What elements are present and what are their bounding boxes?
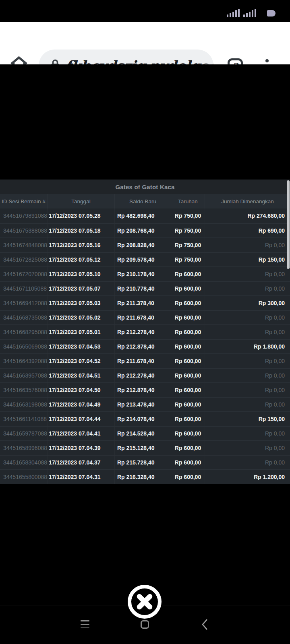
- cell-tanggal: 17/12/2023 07.04.51: [47, 369, 114, 382]
- table-row: 34451669412088 17/12/2023 07.05.03 Rp 21…: [0, 295, 290, 310]
- cell-tanggal: 17/12/2023 07.05.03: [47, 296, 114, 310]
- cell-jumlah-dimenangkan: Rp 300,00: [205, 296, 290, 310]
- cell-tanggal: 17/12/2023 07.04.39: [47, 441, 114, 455]
- cell-session-id: 34451668295088: [0, 325, 47, 339]
- cell-taruhan: Rp 750,00: [171, 208, 205, 223]
- cell-jumlah-dimenangkan: Rp 0,00: [205, 354, 290, 368]
- cell-jumlah-dimenangkan: Rp 0,00: [205, 282, 290, 295]
- cell-taruhan: Rp 600,00: [171, 427, 205, 440]
- cell-taruhan: Rp 600,00: [171, 456, 205, 469]
- column-header-tanggal: Tanggal: [47, 194, 114, 208]
- nav-home-icon[interactable]: [141, 620, 149, 629]
- cell-jumlah-dimenangkan: Rp 150,00: [205, 412, 290, 426]
- cell-session-id: 34451655800088: [0, 470, 47, 484]
- cell-tanggal: 17/12/2023 07.05.10: [47, 267, 114, 281]
- cell-session-id: 34451661141088: [0, 412, 47, 426]
- table-header-row: ID Sesi Bermain # Tanggal Saldo Baru Tar…: [0, 194, 290, 208]
- signal-strength-icon: [243, 9, 256, 17]
- cell-taruhan: Rp 750,00: [171, 224, 205, 237]
- cell-session-id: 34451659787088: [0, 427, 47, 440]
- cell-session-id: 34451663957088: [0, 369, 47, 382]
- cell-taruhan: Rp 600,00: [171, 340, 205, 353]
- cell-session-id: 34451665069088: [0, 340, 47, 353]
- table-row: 34451675388088 17/12/2023 07.05.18 Rp 20…: [0, 223, 290, 237]
- cell-tanggal: 17/12/2023 07.05.12: [47, 253, 114, 266]
- cell-saldo-baru: Rp 212.278,40: [114, 369, 171, 382]
- table-title: Gates of Gatot Kaca: [0, 180, 290, 194]
- cell-session-id: 34451658304088: [0, 456, 47, 469]
- cell-session-id: 34451671105088: [0, 282, 47, 295]
- table-row: 34451672825088 17/12/2023 07.05.12 Rp 20…: [0, 252, 290, 266]
- cell-jumlah-dimenangkan: Rp 150,00: [205, 253, 290, 266]
- cell-session-id: 34451672070088: [0, 267, 47, 281]
- session-history-table: Gates of Gatot Kaca ID Sesi Bermain # Ta…: [0, 180, 290, 484]
- table-row: 34451658996088 17/12/2023 07.04.39 Rp 21…: [0, 440, 290, 455]
- cell-taruhan: Rp 600,00: [171, 296, 205, 310]
- cell-saldo-baru: Rp 213.478,40: [114, 398, 171, 411]
- cell-saldo-baru: Rp 211.678,40: [114, 311, 171, 324]
- cell-session-id: 34451668735088: [0, 311, 47, 324]
- cell-jumlah-dimenangkan: Rp 0,00: [205, 369, 290, 382]
- cell-tanggal: 17/12/2023 07.05.16: [47, 238, 114, 252]
- column-header-jumlah-dimenangkan: Jumlah Dimenangkan: [205, 194, 290, 208]
- cell-saldo-baru: Rp 209.578,40: [114, 253, 171, 266]
- cell-saldo-baru: Rp 482.698,40: [114, 208, 171, 223]
- scrollbar-thumb[interactable]: [287, 180, 290, 269]
- cell-tanggal: 17/12/2023 07.04.41: [47, 427, 114, 440]
- cell-taruhan: Rp 600,00: [171, 398, 205, 411]
- cell-saldo-baru: Rp 208.768,40: [114, 224, 171, 237]
- table-row: 34451664392088 17/12/2023 07.04.52 Rp 21…: [0, 353, 290, 368]
- web-content: Gates of Gatot Kaca ID Sesi Bermain # Ta…: [0, 64, 290, 644]
- cell-taruhan: Rp 600,00: [171, 412, 205, 426]
- cell-tanggal: 17/12/2023 07.05.07: [47, 282, 114, 295]
- cell-jumlah-dimenangkan: Rp 0,00: [205, 441, 290, 455]
- cell-taruhan: Rp 750,00: [171, 238, 205, 252]
- column-header-id: ID Sesi Bermain #: [0, 194, 47, 208]
- cell-tanggal: 17/12/2023 07.04.52: [47, 354, 114, 368]
- close-button[interactable]: [125, 582, 164, 621]
- cell-saldo-baru: Rp 211.678,40: [114, 354, 171, 368]
- cell-saldo-baru: Rp 215.728,40: [114, 456, 171, 469]
- cell-jumlah-dimenangkan: Rp 0,00: [205, 325, 290, 339]
- cell-taruhan: Rp 600,00: [171, 311, 205, 324]
- cell-jumlah-dimenangkan: Rp 0,00: [205, 427, 290, 440]
- cell-saldo-baru: Rp 210.178,40: [114, 267, 171, 281]
- cell-taruhan: Rp 600,00: [171, 325, 205, 339]
- cell-saldo-baru: Rp 215.128,40: [114, 441, 171, 455]
- nav-menu-icon[interactable]: [81, 620, 89, 628]
- table-row: 34451659787088 17/12/2023 07.04.41 Rp 21…: [0, 426, 290, 440]
- table-row: 34451663198088 17/12/2023 07.04.49 Rp 21…: [0, 397, 290, 411]
- cell-saldo-baru: Rp 212.878,40: [114, 340, 171, 353]
- cell-session-id: 34451658996088: [0, 441, 47, 455]
- cell-taruhan: Rp 600,00: [171, 267, 205, 281]
- table-row: 34451663957088 17/12/2023 07.04.51 Rp 21…: [0, 368, 290, 382]
- cell-session-id: 34451669412088: [0, 296, 47, 310]
- cell-saldo-baru: Rp 210.778,40: [114, 282, 171, 295]
- cell-saldo-baru: Rp 212.878,40: [114, 383, 171, 397]
- cell-jumlah-dimenangkan: Rp 0,00: [205, 398, 290, 411]
- cell-session-id: 34451674848088: [0, 238, 47, 252]
- cell-saldo-baru: Rp 216.328,40: [114, 470, 171, 484]
- cell-tanggal: 17/12/2023 07.04.53: [47, 340, 114, 353]
- cell-jumlah-dimenangkan: Rp 690,00: [205, 224, 290, 237]
- cell-tanggal: 17/12/2023 07.05.28: [47, 208, 114, 223]
- cell-tanggal: 17/12/2023 07.04.50: [47, 383, 114, 397]
- nav-back-icon[interactable]: [201, 618, 209, 631]
- table-row: 34451668735088 17/12/2023 07.05.02 Rp 21…: [0, 310, 290, 324]
- cell-saldo-baru: Rp 212.278,40: [114, 325, 171, 339]
- cell-taruhan: Rp 600,00: [171, 441, 205, 455]
- cell-saldo-baru: Rp 211.378,40: [114, 296, 171, 310]
- table-row: 34451665069088 17/12/2023 07.04.53 Rp 21…: [0, 339, 290, 353]
- cell-jumlah-dimenangkan: Rp 1.800,00: [205, 340, 290, 353]
- cell-jumlah-dimenangkan: Rp 0,00: [205, 238, 290, 252]
- cell-jumlah-dimenangkan: Rp 1.200,00: [205, 470, 290, 484]
- cell-session-id: 34451664392088: [0, 354, 47, 368]
- cell-jumlah-dimenangkan: Rp 0,00: [205, 456, 290, 469]
- table-row: 34451661141088 17/12/2023 07.04.44 Rp 21…: [0, 411, 290, 426]
- status-bar: [0, 0, 290, 22]
- table-row: 34451658304088 17/12/2023 07.04.37 Rp 21…: [0, 455, 290, 469]
- cell-saldo-baru: Rp 208.828,40: [114, 238, 171, 252]
- signal-strength-icon: [227, 9, 240, 17]
- cell-saldo-baru: Rp 214.528,40: [114, 427, 171, 440]
- table-row: 34451674848088 17/12/2023 07.05.16 Rp 20…: [0, 237, 290, 252]
